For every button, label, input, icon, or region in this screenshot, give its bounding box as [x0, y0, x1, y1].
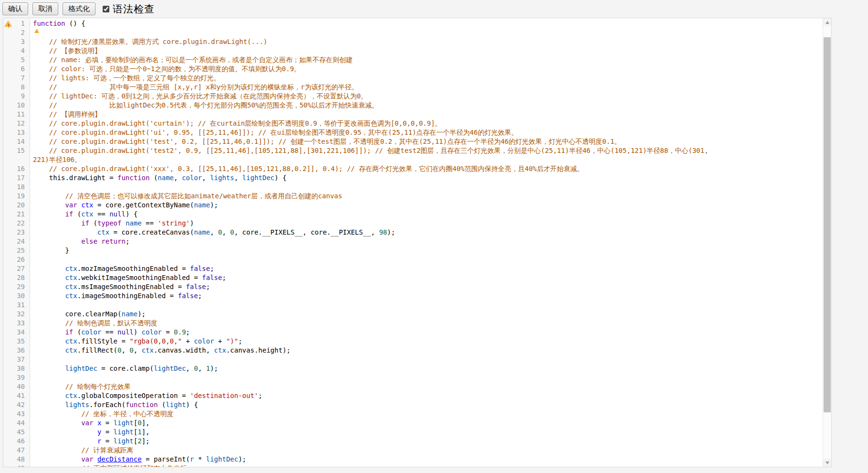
format-button[interactable]: 格式化	[63, 2, 95, 15]
scrollbar-thumb[interactable]	[824, 37, 831, 412]
code-line[interactable]: 16 // core.plugin.drawLight('xxx', 0.3, …	[3, 164, 823, 173]
code-line[interactable]: 36 ctx.fillRect(0, 0, ctx.canvas.width, …	[3, 346, 823, 355]
code-line[interactable]: 27 ctx.mozImageSmoothingEnabled = false;	[3, 264, 823, 273]
line-content[interactable]: }	[31, 246, 69, 255]
code-line[interactable]: 31	[3, 301, 823, 310]
line-content[interactable]: // core.plugin.drawLight('ui', 0.95, [[2…	[31, 128, 518, 137]
line-content[interactable]: lights.forEach(function (light) {	[31, 400, 198, 409]
code-line[interactable]: 13 // core.plugin.drawLight('ui', 0.95, …	[3, 128, 823, 137]
line-content[interactable]: lightDec = core.clamp(lightDec, 0, 1);	[31, 364, 218, 373]
line-content[interactable]: // 其中每一项是三元组 [x,y,r] x和y分别为该灯光的横纵坐标，r为该灯…	[31, 83, 358, 92]
code-line[interactable]: !1function () {	[3, 19, 823, 28]
line-content[interactable]: if (ctx == null) {	[31, 210, 138, 219]
code-line[interactable]: 25 }	[3, 246, 823, 255]
line-content[interactable]: // 坐标，半径，中心不透明度	[31, 409, 173, 419]
line-content[interactable]: r = light[2];	[31, 437, 149, 446]
code-line[interactable]: 46 r = light[2];	[3, 437, 823, 446]
code-area[interactable]: !1function () {23 // 绘制灯光/漆黑层效果。调用方式 cor…	[3, 19, 823, 467]
line-content[interactable]: y = light[1],	[31, 428, 149, 437]
line-content[interactable]: // core.plugin.drawLight('xxx', 0.3, [[2…	[31, 164, 583, 173]
scrollbar-up-arrow-icon[interactable]	[823, 18, 831, 26]
code-editor[interactable]: !1function () {23 // 绘制灯光/漆黑层效果。调用方式 cor…	[3, 18, 832, 467]
code-line[interactable]: 42 lights.forEach(function (light) {	[3, 400, 823, 409]
line-content[interactable]: // 计算衰减距离	[31, 446, 133, 455]
line-content[interactable]	[31, 255, 33, 264]
code-line[interactable]: 5 // name: 必填，要绘制到的画布名；可以是一个系统画布，或者是个自定义…	[3, 55, 823, 64]
code-line[interactable]: 4 // 【参数说明】	[3, 46, 823, 55]
code-line[interactable]: 22 if (typeof name == 'string')	[3, 219, 823, 228]
code-line[interactable]: 14 // core.plugin.drawLight('test', 0.2,…	[3, 137, 823, 146]
line-content[interactable]	[31, 301, 33, 310]
code-line[interactable]: 24 else return;	[3, 237, 823, 246]
line-content[interactable]: // 比如lightDec为0.5代表，每个灯光部分内圈50%的范围全亮，50%…	[31, 101, 378, 110]
code-line[interactable]: 23 ctx = core.createCanvas(name, 0, 0, c…	[3, 228, 823, 237]
code-line[interactable]: 30 ctx.imageSmoothingEnabled = false;	[3, 291, 823, 301]
code-line[interactable]: 48 var decDistance = parseInt(r * lightD…	[3, 455, 823, 464]
line-content[interactable]	[31, 28, 33, 37]
line-content[interactable]: // 【参数说明】	[31, 46, 101, 55]
code-line[interactable]: 38 lightDec = core.clamp(lightDec, 0, 1)…	[3, 364, 823, 373]
scrollbar-down-arrow-icon[interactable]	[823, 459, 831, 467]
code-line[interactable]: 32 core.clearMap(name);	[3, 310, 823, 319]
line-content[interactable]: var decDistance = parseInt(r * lightDec)…	[31, 455, 246, 464]
line-content[interactable]: else return;	[31, 237, 129, 246]
code-line[interactable]: 12 // core.plugin.drawLight('curtain'); …	[3, 119, 823, 128]
code-line[interactable]: 35 ctx.fillStyle = "rgba(0,0,0," + color…	[3, 337, 823, 346]
line-content[interactable]: // 【调用样例】	[31, 110, 101, 119]
line-content[interactable]: // core.plugin.drawLight('test', 0.2, [[…	[31, 137, 621, 146]
code-line[interactable]: 19 // 清空色调层；也可以修改成其它层比如animate/weather层，…	[3, 192, 823, 201]
line-content[interactable]: // 绘制灯光/漆黑层效果。调用方式 core.plugin.drawLight…	[31, 37, 267, 46]
code-line[interactable]: 6 // color: 可选，只能是一个0~1之间的数，为不透明度的值。不填则默…	[3, 64, 823, 74]
code-line[interactable]: 43 // 坐标，半径，中心不透明度	[3, 409, 823, 419]
line-content[interactable]: ctx.imageSmoothingEnabled = false;	[31, 291, 202, 301]
line-content[interactable]: // core.plugin.drawLight('test2', 0.9, […	[31, 146, 711, 164]
code-line[interactable]: 45 y = light[1],	[3, 428, 823, 437]
code-line[interactable]: 47 // 计算衰减距离	[3, 446, 823, 455]
line-content[interactable]: // 清空色调层；也可以修改成其它层比如animate/weather层，或者用…	[31, 192, 342, 201]
code-line[interactable]: 18	[3, 183, 823, 192]
syntax-check-label[interactable]: 语法检查	[113, 2, 155, 16]
code-line[interactable]: 41 ctx.globalCompositeOperation = 'desti…	[3, 391, 823, 400]
code-line[interactable]: 40 // 绘制每个灯光效果	[3, 382, 823, 391]
line-content[interactable]: // lightDec: 可选，0到1之间，光从多少百分比才开始衰减（在此范围内…	[31, 92, 368, 101]
line-content[interactable]: ctx = core.createCanvas(name, 0, 0, core…	[31, 228, 395, 237]
line-content[interactable]: // name: 必填，要绘制到的画布名；可以是一个系统画布，或者是个自定义画布…	[31, 55, 353, 64]
code-line[interactable]: 8 // 其中每一项是三元组 [x,y,r] x和y分别为该灯光的横纵坐标，r为…	[3, 83, 823, 92]
code-line[interactable]: 9 // lightDec: 可选，0到1之间，光从多少百分比才开始衰减（在此范…	[3, 92, 823, 101]
code-line[interactable]: 10 // 比如lightDec为0.5代表，每个灯光部分内圈50%的范围全亮，…	[3, 101, 823, 110]
line-content[interactable]: ctx.msImageSmoothingEnabled = false;	[31, 282, 210, 291]
line-content[interactable]	[31, 373, 33, 382]
code-line[interactable]: 26	[3, 255, 823, 264]
line-content[interactable]: // lights: 可选，一个数组，定义了每个独立的灯光。	[31, 74, 220, 83]
line-content[interactable]: if (typeof name == 'string')	[31, 219, 194, 228]
line-content[interactable]	[31, 355, 33, 364]
line-content[interactable]: this.drawLight = function (name, color, …	[31, 173, 286, 183]
confirm-button[interactable]: 确认	[2, 2, 28, 15]
code-line[interactable]: 28 ctx.webkitImageSmoothingEnabled = fal…	[3, 273, 823, 282]
line-content[interactable]: // color: 可选，只能是一个0~1之间的数，为不透明度的值。不填则默认为…	[31, 64, 301, 74]
code-line[interactable]: 20 var ctx = core.getContextByName(name)…	[3, 201, 823, 210]
line-content[interactable]: ctx.mozImageSmoothingEnabled = false;	[31, 264, 214, 273]
code-pane[interactable]: !1function () {23 // 绘制灯光/漆黑层效果。调用方式 cor…	[3, 18, 823, 467]
code-line[interactable]: 39	[3, 373, 823, 382]
code-line[interactable]: 21 if (ctx == null) {	[3, 210, 823, 219]
code-line[interactable]: 2	[3, 28, 823, 37]
line-content[interactable]: ctx.globalCompositeOperation = 'destinat…	[31, 391, 262, 400]
code-line[interactable]: 7 // lights: 可选，一个数组，定义了每个独立的灯光。	[3, 74, 823, 83]
syntax-check-checkbox[interactable]	[103, 6, 109, 12]
code-line[interactable]: 29 ctx.msImageSmoothingEnabled = false;	[3, 282, 823, 291]
line-content[interactable]: function () {	[31, 19, 85, 28]
line-content[interactable]: var x = light[0],	[31, 419, 150, 428]
line-content[interactable]: ctx.fillRect(0, 0, ctx.canvas.width, ctx…	[31, 346, 291, 355]
editor-vertical-scrollbar[interactable]	[823, 18, 831, 467]
line-content[interactable]: // 正方形区域的直径和左上角坐标	[31, 464, 187, 467]
line-content[interactable]: ctx.webkitImageSmoothingEnabled = false;	[31, 273, 226, 282]
code-line[interactable]: 33 // 绘制色调层，默认不透明度	[3, 319, 823, 328]
cancel-button[interactable]: 取消	[32, 2, 58, 15]
line-content[interactable]: core.clearMap(name);	[31, 310, 146, 319]
code-line[interactable]: 37	[3, 355, 823, 364]
line-content[interactable]: // 绘制每个灯光效果	[31, 382, 131, 391]
code-line[interactable]: 49 // 正方形区域的直径和左上角坐标	[3, 464, 823, 467]
line-content[interactable]	[31, 183, 33, 192]
code-line[interactable]: 17 this.drawLight = function (name, colo…	[3, 173, 823, 183]
